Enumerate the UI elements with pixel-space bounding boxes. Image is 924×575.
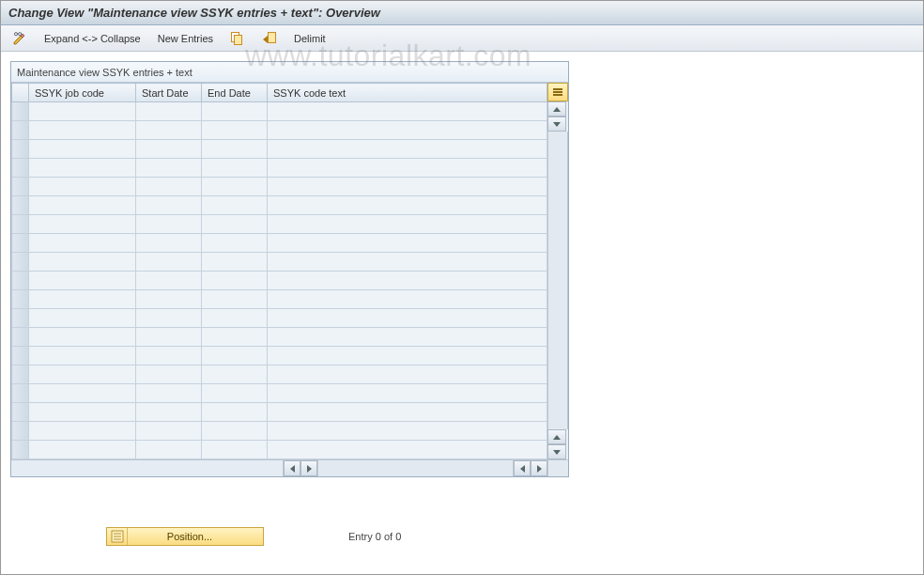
cell[interactable] — [202, 309, 268, 328]
cell[interactable] — [29, 422, 136, 441]
cell[interactable] — [29, 272, 136, 290]
table-row[interactable] — [12, 441, 547, 459]
cell[interactable] — [202, 328, 268, 347]
cell[interactable] — [136, 441, 202, 459]
cell[interactable] — [136, 272, 202, 290]
cell[interactable] — [136, 234, 202, 253]
table-row[interactable] — [12, 234, 547, 253]
cell[interactable] — [202, 365, 268, 384]
cell[interactable] — [29, 441, 136, 459]
scroll-down-button[interactable] — [547, 117, 566, 132]
cell[interactable] — [29, 140, 136, 159]
cell[interactable] — [268, 102, 547, 121]
cell[interactable] — [136, 102, 202, 121]
row-handle[interactable] — [12, 384, 29, 403]
scroll-up-button[interactable] — [547, 101, 566, 117]
table-row[interactable] — [12, 196, 547, 215]
table-row[interactable] — [12, 384, 547, 403]
table-row[interactable] — [12, 140, 547, 159]
row-handle[interactable] — [12, 215, 29, 234]
cell[interactable] — [202, 121, 268, 140]
cell[interactable] — [136, 403, 202, 422]
row-handle[interactable] — [12, 365, 29, 384]
row-handle[interactable] — [12, 422, 29, 441]
cell[interactable] — [202, 290, 268, 309]
delimit-button[interactable]: Delimit — [288, 29, 331, 48]
row-handle[interactable] — [12, 347, 29, 365]
cell[interactable] — [202, 102, 268, 121]
cell[interactable] — [268, 403, 547, 422]
row-handle[interactable] — [12, 140, 29, 159]
cell[interactable] — [268, 365, 547, 384]
cell[interactable] — [29, 253, 136, 272]
table-row[interactable] — [12, 102, 547, 121]
cell[interactable] — [29, 365, 136, 384]
table-row[interactable] — [12, 309, 547, 328]
cell[interactable] — [268, 196, 547, 215]
row-handle[interactable] — [12, 121, 29, 140]
cell[interactable] — [202, 178, 268, 196]
cell[interactable] — [202, 403, 268, 422]
table-row[interactable] — [12, 328, 547, 347]
cell[interactable] — [268, 422, 547, 441]
row-handle-header[interactable] — [12, 84, 29, 102]
table-row[interactable] — [12, 272, 547, 290]
cell[interactable] — [268, 328, 547, 347]
cell[interactable] — [136, 253, 202, 272]
cell[interactable] — [268, 253, 547, 272]
cell[interactable] — [202, 422, 268, 441]
table-row[interactable] — [12, 347, 547, 365]
cell[interactable] — [136, 309, 202, 328]
select-all-button[interactable] — [256, 29, 283, 48]
cell[interactable] — [29, 121, 136, 140]
position-button[interactable]: Position... — [106, 527, 264, 546]
cell[interactable] — [268, 309, 547, 328]
cell[interactable] — [29, 102, 136, 121]
cell[interactable] — [136, 178, 202, 196]
col-header-ssyk-job-code[interactable]: SSYK job code — [29, 84, 136, 102]
table-row[interactable] — [12, 215, 547, 234]
cell[interactable] — [136, 290, 202, 309]
cell[interactable] — [268, 384, 547, 403]
cell[interactable] — [268, 121, 547, 140]
scroll-right-end-button[interactable] — [531, 460, 547, 476]
cell[interactable] — [29, 290, 136, 309]
data-grid[interactable]: SSYK job code Start Date End Date SSYK c… — [11, 83, 547, 459]
row-handle[interactable] — [12, 328, 29, 347]
cell[interactable] — [268, 234, 547, 253]
cell[interactable] — [136, 347, 202, 365]
row-handle[interactable] — [12, 159, 29, 178]
scroll-left-end-button[interactable] — [514, 460, 531, 476]
cell[interactable] — [29, 178, 136, 196]
table-row[interactable] — [12, 178, 547, 196]
cell[interactable] — [29, 309, 136, 328]
cell[interactable] — [268, 178, 547, 196]
cell[interactable] — [268, 290, 547, 309]
cell[interactable] — [136, 196, 202, 215]
row-handle[interactable] — [12, 234, 29, 253]
table-row[interactable] — [12, 253, 547, 272]
table-row[interactable] — [12, 159, 547, 178]
cell[interactable] — [136, 215, 202, 234]
scroll-left-button[interactable] — [284, 460, 300, 476]
scroll-down-bottom-button[interactable] — [547, 444, 566, 459]
col-header-end-date[interactable]: End Date — [202, 84, 268, 102]
cell[interactable] — [202, 234, 268, 253]
cell[interactable] — [202, 215, 268, 234]
table-row[interactable] — [12, 121, 547, 140]
vertical-scrollbar[interactable] — [547, 132, 568, 429]
cell[interactable] — [202, 347, 268, 365]
cell[interactable] — [268, 272, 547, 290]
table-settings-button[interactable] — [547, 83, 568, 101]
cell[interactable] — [29, 215, 136, 234]
horizontal-scrollbar[interactable] — [317, 460, 514, 476]
cell[interactable] — [202, 441, 268, 459]
cell[interactable] — [29, 328, 136, 347]
row-handle[interactable] — [12, 196, 29, 215]
cell[interactable] — [29, 159, 136, 178]
table-row[interactable] — [12, 290, 547, 309]
scroll-right-button[interactable] — [300, 460, 317, 476]
cell[interactable] — [29, 234, 136, 253]
cell[interactable] — [29, 347, 136, 365]
cell[interactable] — [202, 253, 268, 272]
